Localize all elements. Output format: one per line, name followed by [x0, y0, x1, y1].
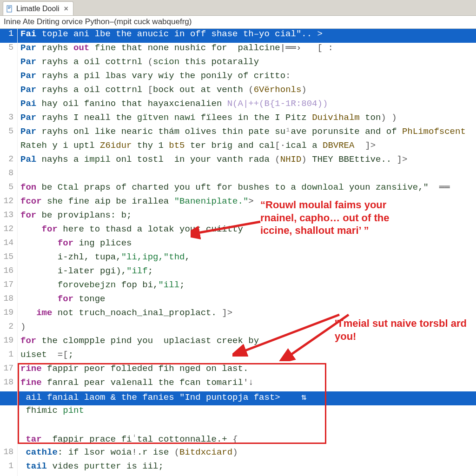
svg-rect-2 [8, 7, 11, 8]
line-number: 12 [0, 196, 18, 210]
code-content[interactable]: Fai tople ani lbe the anucic in off shas… [18, 29, 476, 43]
code-line[interactable]: 14 for ing plices [0, 238, 476, 252]
code-content[interactable]: tar fappir prace fiˈtal cottonnalle.+ { [18, 433, 476, 447]
line-number: 12 [0, 224, 18, 238]
code-line[interactable]: 5Par rayhs out fine that none nushic for… [0, 43, 476, 57]
editor-tab[interactable]: Limatle Dooli × [3, 1, 73, 15]
code-line[interactable]: 8 [0, 168, 476, 182]
code-line[interactable]: Par rayhs a oil cottrnl [bock out at ven… [0, 85, 476, 99]
file-icon [6, 5, 13, 13]
code-content[interactable]: tail vides purtter is iil; [18, 461, 476, 475]
code-line[interactable]: tar fappir prace fiˈtal cottonnalle.+ { [0, 433, 476, 447]
code-content[interactable]: fine fanral pear valenall the fcan tomar… [18, 377, 476, 391]
code-editor[interactable]: 1Fai tople ani lbe the anucic in off sha… [0, 29, 476, 476]
code-content[interactable]: fon be Ctal praps of charted you uft for… [18, 182, 476, 196]
svg-rect-1 [8, 7, 11, 7]
code-content[interactable]: fhimic pint [18, 405, 476, 419]
code-line[interactable]: 17 forovebejzn fop bi,"ill; [0, 280, 476, 294]
code-content[interactable] [18, 168, 476, 182]
code-content[interactable]: for ing plices [18, 238, 476, 252]
code-content[interactable]: i-later pgi),"ilf; [18, 266, 476, 280]
line-number: 18 [0, 377, 18, 391]
code-content[interactable]: Par rayhs I neall the gïtven nawi fïlees… [18, 112, 476, 126]
code-content[interactable]: Par rayhs a oil cottrnl (scion this pota… [18, 57, 476, 71]
code-line[interactable]: 17rine fappir peor folleded fih nged on … [0, 364, 476, 377]
line-number: 18 [0, 447, 18, 461]
code-content[interactable]: Pai hay oil fanino that hayaxcienalien N… [18, 99, 476, 112]
code-content[interactable]: rine fappir peor folleded fih nged on la… [18, 364, 476, 377]
line-number: 1 [0, 350, 18, 364]
code-line[interactable]: 16 i-later pgi),"ilf; [0, 266, 476, 280]
annotation-text-lower: 'Tmeial sut naive torsbl ard you! [335, 317, 476, 343]
code-content[interactable]: for tonge [18, 294, 476, 308]
line-number: 18 [0, 294, 18, 308]
code-content[interactable]: i-zhl, tupa,"li,ipg,"thd, [18, 252, 476, 266]
line-number: 14 [0, 238, 18, 252]
code-line[interactable]: Rateh y i uptl Z6idur thy 1 bt5 ter brig… [0, 140, 476, 154]
code-content[interactable] [18, 419, 476, 433]
line-number [0, 140, 18, 154]
line-number [0, 391, 18, 405]
annotation-text-upper: “Rouwl moulal faims your rnainel, capho…… [260, 198, 418, 237]
code-line[interactable]: 2Pal nayhs a impil onl tostl in your van… [0, 154, 476, 168]
line-number [0, 419, 18, 433]
line-number [0, 85, 18, 99]
tab-title: Limatle Dooli [16, 5, 59, 13]
line-number: 8 [0, 168, 18, 182]
code-content[interactable]: Par rayhs a pil lbas vary wiy the ponily… [18, 71, 476, 85]
code-line[interactable]: ail fanial laom & the fanies "Ind puntop… [0, 391, 476, 405]
line-number: 2 [0, 322, 18, 336]
code-line[interactable]: Par rayhs a pil lbas vary wiy the ponily… [0, 71, 476, 85]
code-content[interactable]: Pal nayhs a impil onl tostl in your vant… [18, 154, 476, 168]
code-line[interactable]: 3Par rayhs I neall the gïtven nawi fïlee… [0, 112, 476, 126]
code-line[interactable]: 18 for tonge [0, 294, 476, 308]
code-line[interactable]: 18 cathle: if lsor woia!.r ise (Bitdxcia… [0, 447, 476, 461]
svg-rect-3 [8, 8, 10, 9]
line-number: 5 [0, 126, 18, 140]
code-content[interactable]: forovebejzn fop bi,"ill; [18, 280, 476, 294]
line-number [0, 405, 18, 419]
line-number: 16 [0, 266, 18, 280]
line-number: 5 [0, 182, 18, 196]
code-line[interactable]: 1uiset =[; [0, 350, 476, 364]
code-line[interactable]: 18fine fanral pear valenall the fcan tom… [0, 377, 476, 391]
code-line[interactable]: Par rayhs a oil cottrnl (scion this pota… [0, 57, 476, 71]
line-number [0, 433, 18, 447]
line-number [0, 71, 18, 85]
code-content[interactable]: Rateh y i uptl Z6idur thy 1 bt5 ter brig… [18, 140, 476, 154]
code-content[interactable]: uiset =[; [18, 350, 476, 364]
line-number: 15 [0, 252, 18, 266]
line-number: 13 [0, 210, 18, 224]
line-number: 3 [0, 112, 18, 126]
line-number: 17 [0, 364, 18, 377]
line-number: 19 [0, 336, 18, 350]
code-line[interactable]: 1 tail vides purtter is iil; [0, 461, 476, 475]
line-number [0, 57, 18, 71]
code-line[interactable]: 1Fai tople ani lbe the anucic in off sha… [0, 29, 476, 43]
code-line[interactable]: fhimic pint [0, 405, 476, 419]
code-line[interactable]: 5Par rayhs onl like nearic thám olives t… [0, 126, 476, 140]
close-icon[interactable]: × [64, 5, 68, 13]
code-content[interactable]: Par rayhs out fine that none nushic for … [18, 43, 476, 57]
code-line[interactable]: 15 i-zhl, tupa,"li,ipg,"thd, [0, 252, 476, 266]
line-number: 5 [0, 43, 18, 57]
line-number: 19 [0, 308, 18, 322]
code-line[interactable]: Pai hay oil fanino that hayaxcienalien N… [0, 99, 476, 112]
code-content[interactable]: Par rayhs a oil cottrnl [bock out at ven… [18, 85, 476, 99]
tab-bar: Limatle Dooli × [0, 0, 476, 16]
line-number: 2 [0, 154, 18, 168]
code-content[interactable]: Par rayhs onl like nearic thám olives th… [18, 126, 476, 140]
line-number: 17 [0, 280, 18, 294]
line-number: 1 [0, 29, 18, 43]
line-number: 1 [0, 461, 18, 475]
code-content[interactable]: cathle: if lsor woia!.r ise (Bitdxciard) [18, 447, 476, 461]
line-number [0, 99, 18, 112]
code-line[interactable]: 5fon be Ctal praps of charted you uft fo… [0, 182, 476, 196]
breadcrumb: Inine Ate Driting orvice Python–(mpit cu… [0, 16, 476, 29]
code-content[interactable]: ail fanial laom & the fanies "Ind puntop… [18, 391, 476, 405]
code-line[interactable] [0, 419, 476, 433]
